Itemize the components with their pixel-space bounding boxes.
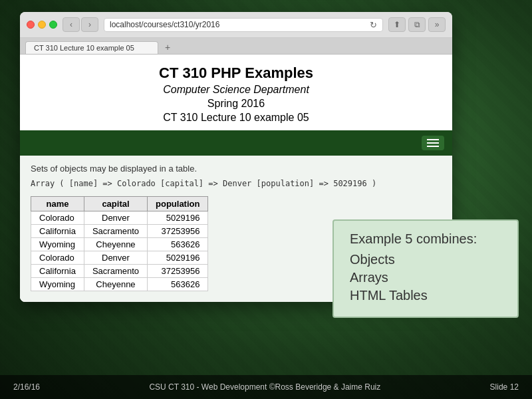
footer-slide: Slide 12 [490, 382, 519, 392]
window-button[interactable]: ⧉ [408, 17, 426, 32]
tab-label: CT 310 Lecture 10 example 05 [34, 44, 134, 52]
table-row: WyomingCheyenne563626 [31, 278, 208, 291]
hamburger-line-1 [427, 139, 439, 140]
col-header-capital: capital [84, 197, 147, 211]
footer-date: 2/16/16 [13, 382, 40, 392]
table-cell: Sacramento [84, 265, 147, 278]
data-table-container: name capital population ColoradoDenver50… [31, 196, 208, 291]
bottom-bar: 2/16/16 CSU CT 310 - Web Development ©Ro… [0, 375, 532, 399]
table-cell: Wyoming [31, 238, 84, 251]
page-header: CT 310 PHP Examples Computer Science Dep… [20, 55, 452, 130]
table-cell: Colorado [31, 211, 84, 225]
table-header-row: name capital population [31, 197, 208, 211]
col-header-name: name [31, 197, 84, 211]
array-output: Array ( [name] => Colorado [capital] => … [31, 179, 442, 188]
nav-buttons: ‹ › [63, 17, 98, 32]
close-button[interactable] [27, 21, 35, 29]
hamburger-button[interactable] [422, 136, 444, 150]
table-row: CaliforniaSacramento37253956 [31, 265, 208, 278]
share-icon: ⬆ [394, 20, 400, 29]
more-icon: » [435, 20, 440, 29]
page-semester: Spring 2016 [33, 98, 439, 110]
table-cell: 37253956 [148, 225, 208, 238]
share-button[interactable]: ⬆ [388, 17, 406, 32]
back-button[interactable]: ‹ [63, 17, 80, 32]
page-lecture: CT 310 Lecture 10 example 05 [33, 112, 439, 124]
minimize-button[interactable] [38, 21, 46, 29]
table-row: ColoradoDenver5029196 [31, 211, 208, 225]
table-cell: 5029196 [148, 211, 208, 225]
browser-actions: ⬆ ⧉ » [388, 17, 446, 32]
callout-item: Arrays [350, 270, 501, 285]
reload-icon[interactable]: ↻ [370, 20, 377, 30]
more-button[interactable]: » [428, 17, 446, 32]
nav-bar [20, 130, 452, 156]
hamburger-line-3 [427, 146, 439, 147]
active-tab[interactable]: CT 310 Lecture 10 example 05 [25, 41, 158, 54]
plus-icon: + [165, 42, 170, 53]
table-row: WyomingCheyenne563626 [31, 238, 208, 251]
page-title: CT 310 PHP Examples [33, 65, 439, 82]
forward-icon: › [88, 20, 91, 29]
table-cell: Wyoming [31, 278, 84, 291]
table-cell: Colorado [31, 251, 84, 265]
callout-items: ObjectsArraysHTML Tables [350, 252, 501, 303]
browser-chrome: ‹ › localhost/courses/ct310/yr2016 ↻ ⬆ ⧉… [20, 12, 452, 38]
table-cell: Sacramento [84, 225, 147, 238]
table-cell: Cheyenne [84, 238, 147, 251]
hamburger-line-2 [427, 142, 439, 144]
window-icon: ⧉ [414, 20, 420, 29]
callout-title: Example 5 combines: [350, 231, 501, 247]
table-cell: Denver [84, 211, 147, 225]
page-subtitle: Computer Science Department [33, 84, 439, 96]
back-icon: ‹ [70, 20, 72, 29]
table-cell: 563626 [148, 238, 208, 251]
address-text: localhost/courses/ct310/yr2016 [110, 20, 219, 29]
table-cell: California [31, 225, 84, 238]
table-cell: Cheyenne [84, 278, 147, 291]
table-row: CaliforniaSacramento37253956 [31, 225, 208, 238]
traffic-lights [27, 21, 57, 29]
description-text: Sets of objects may be displayed in a ta… [31, 164, 442, 174]
footer-center: CSU CT 310 - Web Development ©Ross Bever… [149, 382, 380, 392]
forward-button[interactable]: › [81, 17, 98, 32]
col-header-population: population [148, 197, 208, 211]
callout-item: HTML Tables [350, 288, 501, 303]
maximize-button[interactable] [49, 21, 57, 29]
table-cell: 5029196 [148, 251, 208, 265]
data-table: name capital population ColoradoDenver50… [31, 196, 208, 291]
callout-box: Example 5 combines: ObjectsArraysHTML Ta… [332, 219, 519, 318]
table-cell: Denver [84, 251, 147, 265]
table-cell: California [31, 265, 84, 278]
table-row: ColoradoDenver5029196 [31, 251, 208, 265]
table-body: ColoradoDenver5029196CaliforniaSacrament… [31, 211, 208, 291]
callout-item: Objects [350, 252, 501, 267]
table-cell: 563626 [148, 278, 208, 291]
new-tab-button[interactable]: + [161, 41, 174, 54]
address-bar[interactable]: localhost/courses/ct310/yr2016 ↻ [104, 18, 383, 32]
tab-bar: CT 310 Lecture 10 example 05 + [20, 38, 452, 55]
table-cell: 37253956 [148, 265, 208, 278]
